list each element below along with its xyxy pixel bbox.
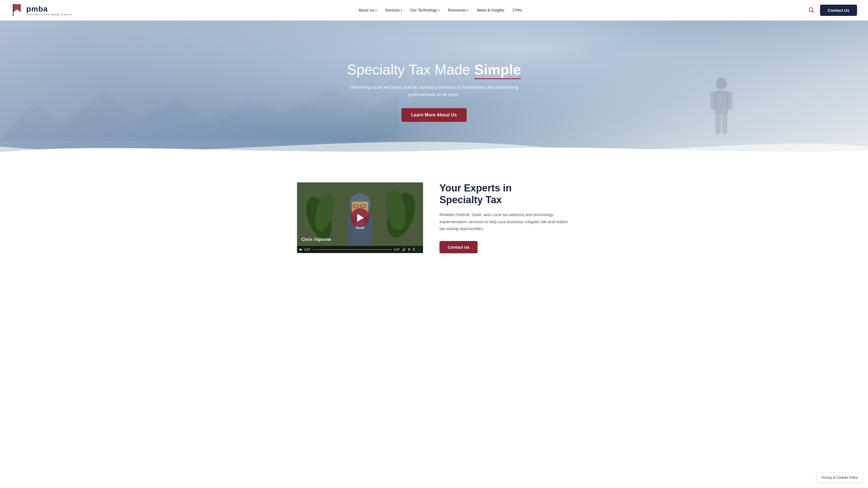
- nav-item-news[interactable]: News & Insights: [477, 8, 504, 12]
- nav-label-services: Services: [385, 8, 400, 12]
- video-ctrl-right: 🔊 ⚙ ☰ ⛶: [402, 248, 420, 251]
- nav-item-technology[interactable]: Our Technology ▾: [410, 8, 440, 12]
- hero-title-part1: Specialty Tax Made: [347, 62, 474, 77]
- navbar-right: Contact Us: [809, 5, 857, 16]
- navbar: pmba SPECIALTY TAX MADE SIMPLE About Us …: [0, 0, 868, 21]
- logo[interactable]: pmba SPECIALTY TAX MADE SIMPLE: [11, 3, 72, 17]
- navbar-nav: About Us ▾ Services ▾ Our Technology ▾ R…: [359, 8, 522, 12]
- video-play-ctrl-button[interactable]: ▶: [300, 248, 302, 251]
- video-progress-fill: [312, 249, 319, 250]
- svg-line-4: [812, 11, 814, 13]
- video-person-name: Chris Vignone: [301, 237, 331, 242]
- svg-point-7: [716, 77, 727, 90]
- video-duration: 4:07: [394, 248, 400, 251]
- video-progress-bar[interactable]: [312, 249, 392, 250]
- section-text: Your Experts in Specialty Tax Reliable F…: [439, 182, 571, 253]
- navbar-left: pmba SPECIALTY TAX MADE SIMPLE: [11, 3, 72, 17]
- hero-subtitle: Delivering asset recovery and tax adviso…: [344, 84, 524, 98]
- video-settings-button[interactable]: ⚙: [408, 248, 411, 251]
- hero-content: Specialty Tax Made Simple Delivering ass…: [338, 45, 530, 138]
- video-fullscreen-button[interactable]: ⛶: [417, 248, 420, 251]
- nav-label-news: News & Insights: [477, 8, 504, 12]
- section-heading: Your Experts in Specialty Tax: [439, 182, 571, 206]
- chevron-down-icon: ▾: [438, 9, 440, 12]
- logo-tagline: SPECIALTY TAX MADE SIMPLE: [26, 13, 72, 16]
- nav-item-about[interactable]: About Us ▾: [359, 8, 377, 12]
- contact-us-button[interactable]: Contact Us: [820, 5, 857, 16]
- section-video: Chris Vignone ▶ 0:07 4:07 🔊 ⚙ ☰: [297, 183, 423, 253]
- nav-label-cpas: CPAs: [513, 8, 522, 12]
- nav-item-services[interactable]: Services ▾: [385, 8, 402, 12]
- play-icon: [357, 214, 364, 222]
- section-heading-line2: Specialty Tax: [439, 194, 502, 205]
- chevron-down-icon: ▾: [375, 9, 377, 12]
- search-button[interactable]: [809, 7, 814, 13]
- video-volume-button[interactable]: 🔊: [402, 248, 406, 251]
- video-captions-button[interactable]: ☰: [412, 248, 415, 251]
- svg-rect-9: [710, 92, 716, 109]
- svg-rect-8: [715, 90, 728, 115]
- hero-section: Specialty Tax Made Simple Delivering ass…: [0, 21, 868, 163]
- svg-rect-10: [727, 92, 733, 109]
- search-icon: [809, 7, 814, 13]
- section-heading-line1: Your Experts in: [439, 183, 512, 194]
- section-content: Chris Vignone ▶ 0:07 4:07 🔊 ⚙ ☰: [270, 163, 598, 272]
- logo-icon: [11, 3, 24, 17]
- nav-item-resources[interactable]: Resources ▾: [448, 8, 469, 12]
- section-contact-button[interactable]: Contact Us: [439, 241, 477, 253]
- section-description: Reliable Federal, State, and Local tax a…: [439, 211, 571, 232]
- nav-item-cpas[interactable]: CPAs: [513, 8, 522, 12]
- video-elapsed: 0:07: [304, 248, 310, 251]
- video-wrapper: Chris Vignone ▶ 0:07 4:07 🔊 ⚙ ☰: [297, 183, 423, 253]
- learn-more-button[interactable]: Learn More About Us: [401, 108, 467, 122]
- chevron-down-icon: ▾: [401, 9, 402, 12]
- nav-label-resources: Resources: [448, 8, 466, 12]
- video-play-button[interactable]: [350, 208, 370, 227]
- nav-label-technology: Our Technology: [410, 8, 437, 12]
- chevron-down-icon: ▾: [467, 9, 468, 12]
- nav-label-about: About Us: [359, 8, 374, 12]
- logo-text: pmba SPECIALTY TAX MADE SIMPLE: [26, 5, 72, 16]
- hero-title-bold: Simple: [474, 62, 521, 78]
- main-content: Chris Vignone ▶ 0:07 4:07 🔊 ⚙ ☰: [0, 163, 868, 272]
- video-controls: ▶ 0:07 4:07 🔊 ⚙ ☰ ⛶: [297, 246, 423, 253]
- video-thumbnail: Chris Vignone ▶ 0:07 4:07 🔊 ⚙ ☰: [297, 183, 423, 253]
- hero-person-silhouette: [705, 75, 738, 135]
- hero-title: Specialty Tax Made Simple: [344, 62, 524, 78]
- logo-brand: pmba: [26, 5, 72, 13]
